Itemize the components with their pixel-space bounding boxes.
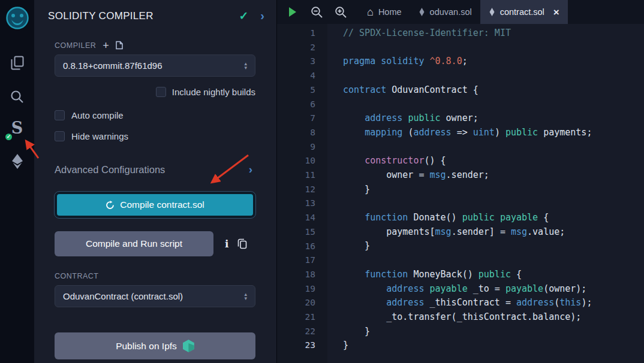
solidity-compiler-panel: SOLIDITY COMPILER ✓ › COMPILER + 0.8.18+… (34, 0, 277, 363)
code-line (343, 41, 644, 55)
close-tab-icon[interactable]: × (553, 7, 559, 17)
code-editor[interactable]: 1234567891011121314151617181920212223 //… (277, 24, 644, 363)
code-line: mapping (address => uint) public payment… (343, 126, 644, 140)
code-line (343, 253, 644, 268)
code-line: function MoneyBack() public { (343, 268, 644, 282)
compiler-section-label: COMPILER + (55, 41, 255, 50)
add-compiler-icon[interactable]: + (103, 41, 109, 50)
code-line: } (343, 338, 644, 353)
auto-compile-row[interactable]: Auto compile (55, 110, 255, 120)
code-editor-area: ⌂ Home oduvan.sol contract.sol × 1234567… (277, 0, 644, 363)
tab-contract-sol[interactable]: contract.sol × (480, 0, 568, 24)
editor-tab-bar: ⌂ Home oduvan.sol contract.sol × (277, 0, 644, 24)
compile-success-badge: ✓ (4, 132, 13, 141)
code-line: _to.transfer(_thisContract.balance); (343, 310, 644, 325)
code-line: } (343, 325, 644, 339)
panel-expand-chevron-icon[interactable]: › (260, 9, 264, 23)
nightly-builds-checkbox[interactable] (156, 87, 166, 97)
code-line (343, 196, 644, 211)
advanced-configurations-toggle[interactable]: Advanced Configurations › (55, 163, 255, 176)
nightly-builds-label: Include nightly builds (172, 87, 255, 97)
code-line: // SPDX-License-Identifier: MIT (343, 26, 644, 41)
code-line (343, 69, 644, 83)
advanced-chevron-icon: › (249, 163, 252, 176)
contract-select-value: OduvanContract (contract.sol) (63, 291, 183, 301)
code-line (343, 140, 644, 155)
compile-button[interactable]: Compile contract.sol (55, 192, 255, 218)
code-line: function Donate() public payable { (343, 211, 644, 225)
hide-warnings-checkbox[interactable] (55, 131, 65, 141)
publish-ipfs-button[interactable]: Publish on Ipfs (55, 332, 255, 359)
copy-icon[interactable] (237, 238, 247, 249)
remix-logo[interactable] (5, 5, 30, 31)
auto-compile-checkbox[interactable] (55, 110, 65, 120)
remix-ide-window: S ✓ SOLIDITY COMPILER ✓ › COMPILER + (0, 0, 644, 363)
hide-warnings-row[interactable]: Hide warnings (55, 131, 255, 141)
select-spinner-icon: ▴▾ (244, 292, 247, 301)
code-line: address _thisContract = address(this); (343, 296, 644, 310)
info-icon[interactable]: i (225, 238, 228, 250)
compiler-doc-icon[interactable] (116, 41, 123, 50)
ipfs-icon (183, 340, 194, 352)
publish-ipfs-label: Publish on Ipfs (116, 341, 177, 352)
home-icon: ⌂ (367, 6, 374, 19)
compiler-version-select[interactable]: 0.8.18+commit.87f61d96 ▴▾ (55, 55, 255, 77)
line-number-gutter: 1234567891011121314151617181920212223 (277, 24, 327, 363)
code-line: address payable _to = payable(owner); (343, 282, 644, 297)
deploy-run-icon[interactable] (0, 149, 34, 173)
tab-oduvan-sol[interactable]: oduvan.sol (410, 0, 480, 24)
panel-header: SOLIDITY COMPILER ✓ › (34, 0, 276, 28)
refresh-icon (106, 201, 115, 210)
code-line: } (343, 183, 644, 197)
code-line: constructor() { (343, 154, 644, 168)
tab-home-label: Home (378, 7, 402, 17)
solidity-compiler-icon[interactable]: S ✓ (0, 116, 34, 140)
compile-and-run-button[interactable]: Compile and Run script (55, 231, 213, 256)
activity-bar: S ✓ (0, 0, 34, 363)
code-line: address public owner; (343, 111, 644, 126)
contract-section-label: CONTRACT (55, 272, 255, 280)
tab-oduvan-label: oduvan.sol (430, 7, 472, 17)
tab-contract-label: contract.sol (500, 7, 544, 17)
code-line: payments[msg.sender] = msg.value; (343, 225, 644, 240)
panel-body: COMPILER + 0.8.18+commit.87f61d96 ▴▾ Inc… (34, 41, 276, 359)
compiler-s-glyph: S (11, 119, 23, 137)
zoom-in-icon[interactable] (329, 0, 353, 24)
compile-check-icon: ✓ (239, 9, 248, 23)
search-icon[interactable] (0, 84, 34, 108)
tab-home[interactable]: ⌂ Home (359, 0, 410, 24)
contract-select[interactable]: OduvanContract (contract.sol) ▴▾ (55, 285, 255, 307)
nightly-builds-row[interactable]: Include nightly builds (55, 87, 255, 97)
contract-label-text: CONTRACT (55, 272, 98, 280)
code-line: owner = msg.sender; (343, 168, 644, 183)
code-line: contract OduvanContract { (343, 83, 644, 98)
file-explorer-icon[interactable] (0, 51, 34, 75)
code-lines[interactable]: // SPDX-License-Identifier: MITpragma so… (327, 24, 644, 363)
hide-warnings-label: Hide warnings (71, 131, 128, 141)
solidity-file-icon (419, 8, 425, 17)
code-line (343, 97, 644, 111)
advanced-configurations-label: Advanced Configurations (55, 164, 165, 176)
code-line: pragma solidity ^0.8.0; (343, 55, 644, 69)
run-play-icon[interactable] (281, 0, 305, 24)
compiler-version-value: 0.8.18+commit.87f61d96 (63, 60, 162, 71)
solidity-file-icon (489, 8, 495, 17)
auto-compile-label: Auto compile (71, 110, 124, 120)
panel-title: SOLIDITY COMPILER (48, 10, 239, 22)
compile-run-row: Compile and Run script i (55, 231, 255, 256)
zoom-out-icon[interactable] (305, 0, 329, 24)
compiler-label-text: COMPILER (55, 41, 96, 50)
compile-button-label: Compile contract.sol (120, 199, 204, 210)
select-spinner-icon: ▴▾ (244, 62, 247, 70)
code-line: } (343, 239, 644, 253)
